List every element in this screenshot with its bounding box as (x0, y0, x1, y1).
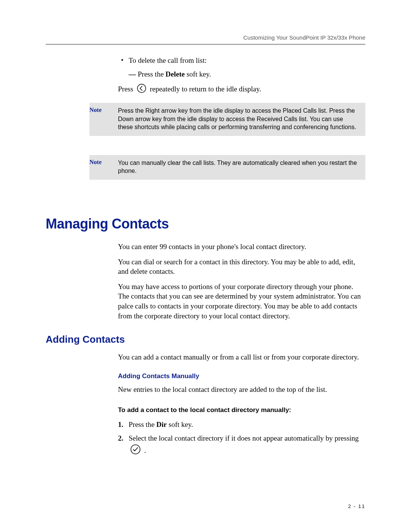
text: repeatedly to return to the idle display… (150, 85, 261, 93)
check-button-icon (130, 444, 141, 458)
note-body-2: You can manually clear the call lists. T… (118, 155, 365, 180)
bullet-press-delete: Press the Delete soft key. (118, 69, 365, 79)
svg-point-0 (137, 84, 146, 93)
softkey-delete: Delete (166, 70, 185, 78)
steps-list: 1. Press the Dir soft key. 2. Select the… (118, 419, 365, 458)
step-number: 2. (118, 433, 123, 444)
managing-p2: You can dial or search for a contact in … (118, 257, 365, 276)
managing-p1: You can enter 99 contacts in your phone'… (118, 242, 365, 252)
step-2: 2. Select the local contact directory if… (118, 433, 365, 458)
softkey-dir: Dir (156, 420, 167, 428)
heading-managing-contacts: Managing Contacts (46, 216, 365, 232)
step-number: 1. (118, 419, 123, 430)
heading-adding-manually: Adding Contacts Manually (118, 372, 365, 381)
page: Customizing Your SoundPoint IP 32x/33x P… (0, 0, 411, 532)
press-return-idle: Press repeatedly to return to the idle d… (118, 83, 365, 96)
note-gap (46, 140, 365, 155)
adding-body: You can add a contact manually or from a… (118, 352, 365, 458)
adding-manual-p1: New entries to the local contact directo… (118, 385, 365, 395)
note-body-1: Press the Right arrow key from the idle … (118, 103, 365, 136)
intro-block: To delete the call from list: Press the … (118, 56, 365, 96)
text: soft key. (185, 70, 211, 78)
note-label: Note (89, 103, 118, 136)
heading-adding-contacts: Adding Contacts (46, 334, 365, 345)
running-header: Customizing Your SoundPoint IP 32x/33x P… (46, 34, 365, 41)
managing-p3: You may have access to portions of your … (118, 282, 365, 321)
note-label: Note (89, 155, 118, 180)
adding-p1: You can add a contact manually or from a… (118, 352, 365, 362)
header-rule (46, 44, 365, 45)
text: Press the (129, 420, 156, 428)
text: Press the (138, 70, 166, 78)
text: Press (118, 85, 135, 93)
svg-point-1 (131, 445, 140, 454)
note-block-1: Note Press the Right arrow key from the … (89, 103, 365, 136)
step-1: 1. Press the Dir soft key. (118, 419, 365, 430)
left-arrow-button-icon (137, 83, 147, 96)
page-number: 2 - 11 (348, 503, 365, 509)
managing-body: You can enter 99 contacts in your phone'… (118, 242, 365, 321)
text: Select the local contact directory if it… (129, 434, 359, 442)
text: soft key. (167, 420, 193, 428)
note-block-2: Note You can manually clear the call lis… (89, 155, 365, 180)
task-heading-add-manually: To add a contact to the local contact di… (118, 406, 365, 415)
text: . (144, 446, 146, 454)
bullet-delete-from-list: To delete the call from list: (118, 56, 365, 66)
